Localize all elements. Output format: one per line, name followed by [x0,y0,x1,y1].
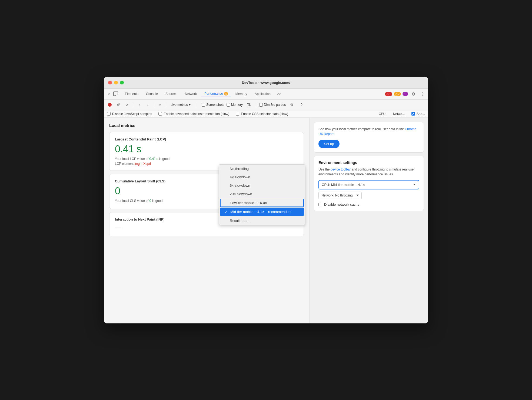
error-badge[interactable]: ✕ 1 [385,92,392,96]
separator-2 [154,102,154,107]
dropdown-item-4x[interactable]: 4× slowdown [219,173,305,181]
settings-icon[interactable]: ⚙ [410,91,417,97]
separator-5 [256,102,256,107]
ux-report-card: See how your local metrics compare to re… [314,122,424,153]
warning-icon: △ [395,92,397,96]
live-metrics-chevron: ▾ [189,103,191,107]
warning-count: 2 [398,92,400,96]
tab-sources[interactable]: Sources [162,91,181,97]
cpu-label: CPU: [379,112,387,116]
toolbar-right: Screenshots Memory ⇅ Dim 3rd parties ⚙ ? [202,101,305,109]
title-bar: DevTools - www.google.com/ [104,77,428,89]
device-toolbar-link[interactable]: device toolbar [331,168,351,171]
network-select[interactable]: Network: No throttling Slow 3G Fast 3G [318,192,362,199]
dropdown-item-no-throttling[interactable]: No throttling [219,165,305,173]
env-title: Environment settings [318,160,419,165]
tab-bar: ⌖ Elements Console Sources Network Perfo… [104,89,428,100]
download-button[interactable]: ↓ [144,101,152,109]
info-icon: ! [404,92,405,96]
dim-parties-label[interactable]: Dim 3rd parties [259,103,286,107]
dim-parties-checkbox[interactable] [259,103,263,107]
tab-elements[interactable]: Elements [122,91,142,97]
show-checkbox[interactable] [411,112,415,116]
enable-css-checkbox-label[interactable]: Enable CSS selector stats (slow) [236,112,288,116]
cpu-select-wrapper: No throttling 4× slowdown 6× slowdown 20… [318,180,419,189]
devtools-window: DevTools - www.google.com/ ⌖ Elements Co… [104,77,428,323]
stop-button[interactable]: ⊘ [123,101,131,109]
enable-paint-checkbox-label[interactable]: Enable advanced paint instrumentation (s… [158,112,229,116]
window-title: DevTools - www.google.com/ [242,81,290,85]
content-wrapper: Local metrics Largest Contentful Paint (… [104,118,428,323]
performance-warning-badge: ⚠ [224,92,228,96]
lcp-desc-suffix: is good. [158,157,170,161]
devtools-icons: ⌖ [106,91,118,97]
dropdown-item-mid-tier[interactable]: ✓ Mid-tier mobile – 4.1× – recommended [220,208,304,216]
tab-console[interactable]: Console [143,91,161,97]
memory-checkbox[interactable] [227,103,230,107]
enable-paint-checkbox[interactable] [158,112,162,116]
env-desc: Use the device toolbar and configure thr… [318,167,419,177]
disable-cache-label[interactable]: Disable network cache [318,202,419,206]
toolbar: ↺ ⊘ ↑ ↓ ⌂ Live metrics ▾ Screenshots Mem… [104,100,428,110]
svg-rect-0 [114,92,118,95]
throttle-icon[interactable]: ⇅ [245,101,252,109]
live-metrics-label: Live metrics [171,103,188,107]
lcp-name: Largest Contentful Paint (LCP) [115,137,298,141]
cpu-select[interactable]: No throttling 4× slowdown 6× slowdown 20… [320,181,418,188]
svg-rect-1 [114,95,115,96]
disable-js-checkbox-label[interactable]: Disable JavaScript samples [107,112,152,116]
ux-report-text: See how your local metrics compare to re… [318,127,419,136]
tab-more[interactable]: >> [275,92,283,96]
lcp-desc: Your local LCP value of 0.41 s is good. [115,157,298,161]
minimize-button[interactable] [114,81,118,84]
close-button[interactable] [108,81,112,84]
warning-badge[interactable]: △ 2 [394,92,401,96]
separator-3 [166,102,166,107]
maximize-button[interactable] [120,81,124,84]
error-icon: ✕ [386,92,389,96]
dropdown-item-6x[interactable]: 6× slowdown [219,181,305,190]
lcp-desc-prefix: Your local LCP value of [115,157,149,161]
separator-1 [133,102,133,107]
live-metrics-dropdown[interactable]: Live metrics ▾ [168,102,193,108]
lcp-element-prefix: LCP element [115,162,134,166]
lcp-desc-value: 0.41 s [149,157,158,161]
disable-cache-checkbox[interactable] [318,203,322,206]
reload-button[interactable]: ↺ [115,101,122,109]
lcp-element-name: img.InXdpd [135,162,151,166]
info-badge[interactable]: ! 1 [403,92,408,96]
cls-desc-suffix: is good. [151,199,163,203]
screenshots-checkbox[interactable] [202,103,205,107]
more-options-icon[interactable]: ⋮ [418,91,426,97]
tab-application[interactable]: Application [251,91,274,97]
tab-memory[interactable]: Memory [232,91,250,97]
help-button[interactable]: ? [298,101,305,109]
network-select-wrapper: Network: No throttling Slow 3G Fast 3G [318,192,419,199]
screenshots-checkbox-label[interactable]: Screenshots [202,103,224,107]
dropdown-item-20x[interactable]: 20× slowdown [219,190,305,198]
separator-4 [195,102,195,107]
cpu-dropdown-menu[interactable]: No throttling 4× slowdown 6× slowdown 20… [219,164,305,225]
record-button[interactable] [106,101,114,109]
inspector-icon[interactable] [113,91,118,97]
disable-js-checkbox[interactable] [107,112,111,116]
cls-desc-prefix: Your local CLS value of [115,199,149,203]
setup-button[interactable]: Set up [318,140,340,148]
dropdown-item-low-tier[interactable]: Low-tier mobile – 16.0× [220,199,304,207]
upload-button[interactable]: ↑ [135,101,143,109]
home-button[interactable]: ⌂ [156,101,164,109]
info-count: 1 [405,92,407,96]
env-settings-card: Environment settings Use the device tool… [314,156,424,211]
enable-css-checkbox[interactable] [236,112,239,116]
tab-performance[interactable]: Performance ⚠ [201,91,231,97]
network-label: Netwo... [393,112,405,116]
cursor-icon[interactable]: ⌖ [106,91,111,97]
tab-network[interactable]: Network [182,91,200,97]
show-checkbox-label[interactable]: Sho... [411,112,425,116]
settings-button[interactable]: ⚙ [288,101,295,109]
lcp-value: 0.41 s [115,143,298,155]
local-metrics-title: Local metrics [109,123,304,128]
dropdown-item-recalibrate[interactable]: Recalibrate... [219,217,305,225]
settings-row: Disable JavaScript samples Enable advanc… [104,110,428,118]
memory-checkbox-label[interactable]: Memory [227,103,243,107]
